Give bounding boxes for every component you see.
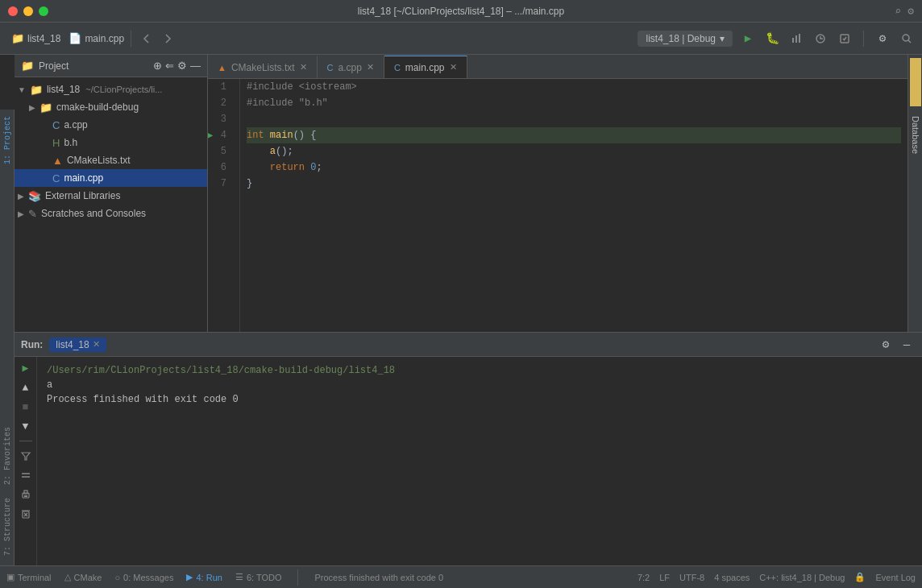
- run-delete-button[interactable]: [18, 506, 34, 522]
- tree-item-extlib[interactable]: ▶ 📚 External Libraries: [15, 187, 207, 205]
- tree-item-acpp[interactable]: C a.cpp: [15, 116, 207, 134]
- indent-5: [247, 143, 270, 159]
- right-color-bar: [910, 58, 921, 106]
- status-tab-cmake[interactable]: △ CMake: [64, 572, 102, 582]
- svg-rect-1: [795, 35, 797, 43]
- status-right: 7:2 LF UTF-8 4 spaces C++: list4_18 | De…: [638, 572, 916, 582]
- gutter-line-6: 6: [208, 159, 233, 176]
- code-line-4: int main () {: [247, 127, 901, 143]
- coverage-button[interactable]: [812, 30, 829, 48]
- svg-rect-10: [24, 491, 27, 494]
- output-line-a: a: [47, 378, 912, 392]
- tree-label-scratches: Scratches and Consoles: [41, 208, 146, 219]
- run-config-label: list4_18 | Debug: [646, 33, 716, 44]
- panel-settings-icon[interactable]: ⚙: [177, 60, 187, 72]
- favorites-tab-vertical[interactable]: 2: Favorites: [0, 422, 15, 490]
- todo-label: 6: TODO: [247, 573, 282, 582]
- status-tab-messages[interactable]: ○ 0: Messages: [114, 573, 173, 582]
- tab-acpp[interactable]: C a.cpp ✕: [318, 56, 384, 78]
- tree-label-maincpp: main.cpp: [64, 172, 103, 184]
- cmake-status-label: CMake: [74, 573, 102, 582]
- output-path-text: /Users/rim/CLionProjects/list4_18/cmake-…: [47, 365, 395, 376]
- search-icon[interactable]: ⌕: [895, 5, 901, 18]
- code-line-2: #include "b.h": [247, 95, 901, 111]
- tab-label-maincpp: main.cpp: [405, 62, 445, 73]
- status-message: Process finished with exit code 0: [314, 573, 443, 582]
- project-tab-vertical[interactable]: 1: Project: [0, 111, 15, 169]
- acpp-tab-close[interactable]: ✕: [367, 62, 374, 72]
- svg-rect-11: [24, 495, 27, 497]
- run-play-button[interactable]: ▶: [18, 360, 34, 376]
- minimize-button[interactable]: [23, 6, 33, 16]
- settings-icon[interactable]: ⚙: [907, 5, 914, 18]
- tree-item-bh[interactable]: H b.h: [15, 134, 207, 151]
- title-bar: list4_18 [~/CLionProjects/list4_18] – ..…: [0, 0, 922, 23]
- tab-label-acpp: a.cpp: [338, 62, 362, 73]
- run-button[interactable]: ▶: [739, 30, 757, 48]
- settings-button[interactable]: ⚙: [874, 30, 891, 48]
- messages-label: 0: Messages: [123, 573, 173, 582]
- code-include-bh: #include "b.h": [247, 95, 328, 111]
- maximize-button[interactable]: [39, 6, 48, 16]
- run-tab-name: list4_18: [56, 339, 89, 350]
- database-tab[interactable]: Database: [909, 110, 922, 160]
- tree-item-cmake-build[interactable]: ▶ 📁 cmake-build-debug: [15, 98, 207, 116]
- status-tab-terminal[interactable]: ▣ Terminal: [6, 572, 52, 582]
- panel-collapse-icon[interactable]: ⇐: [165, 60, 174, 72]
- status-bar: ▣ Terminal △ CMake ○ 0: Messages ▶ 4: Ru…: [0, 565, 922, 588]
- line-ending: LF: [659, 573, 670, 582]
- file-tab-icon: 📄: [69, 32, 81, 45]
- terminal-icon: ▣: [6, 572, 15, 582]
- nav-forward-button[interactable]: [159, 30, 177, 48]
- status-left: ▣ Terminal △ CMake ○ 0: Messages ▶ 4: Ru…: [6, 569, 625, 586]
- status-tab-run[interactable]: ▶ 4: Run: [186, 572, 222, 582]
- build-button[interactable]: [836, 30, 853, 48]
- structure-tab-vertical[interactable]: 7: Structure: [0, 493, 15, 561]
- run-stop-button[interactable]: ■: [18, 399, 34, 415]
- file-tab[interactable]: main.cpp: [85, 33, 124, 44]
- tab-maincpp[interactable]: C main.cpp ✕: [384, 56, 467, 78]
- semicolon-6: ;: [316, 159, 322, 176]
- run-settings-button[interactable]: ⚙: [877, 336, 895, 354]
- file-type: C++: list4_18 | Debug: [759, 573, 845, 582]
- search-everywhere-button[interactable]: [898, 30, 916, 48]
- output-exit-text: Process finished with exit code 0: [47, 394, 239, 405]
- a-call: ();: [276, 143, 293, 159]
- cmake-tab-icon: ▲: [218, 63, 226, 72]
- acpp-tab-icon: C: [327, 63, 334, 72]
- run-tab-close[interactable]: ✕: [93, 339, 100, 350]
- output-a-text: a: [47, 379, 52, 391]
- panel-folder-icon: 📁: [21, 60, 34, 72]
- window-controls: [8, 6, 48, 16]
- tree-item-scratches[interactable]: ▶ ✎ Scratches and Consoles: [15, 205, 207, 222]
- run-fold-button[interactable]: [18, 467, 34, 483]
- cmake-tab-close[interactable]: ✕: [300, 62, 307, 72]
- tree-item-cmake[interactable]: ▲ CMakeLists.txt: [15, 151, 207, 169]
- run-configuration[interactable]: list4_18 | Debug ▾: [638, 31, 733, 47]
- status-tab-todo[interactable]: ☰ 6: TODO: [235, 572, 282, 582]
- run-print-button[interactable]: [18, 487, 34, 503]
- run-down-button[interactable]: ▼: [18, 418, 34, 434]
- code-line-1: #include <iostream>: [247, 79, 901, 95]
- panel-title: Project: [39, 60, 69, 72]
- tree-label-cmake-build: cmake-build-debug: [56, 101, 139, 113]
- maincpp-tab-close[interactable]: ✕: [450, 62, 457, 72]
- run-filter-button[interactable]: [18, 448, 34, 464]
- tree-root[interactable]: ▼ 📁 list4_18 ~/CLionProjects/li...: [15, 81, 207, 98]
- debug-button[interactable]: 🐛: [763, 30, 781, 48]
- event-log[interactable]: Event Log: [875, 573, 916, 582]
- run-close-button[interactable]: —: [898, 336, 916, 354]
- nav-back-button[interactable]: [138, 30, 156, 48]
- tab-cmakelists[interactable]: ▲ CMakeLists.txt ✕: [208, 56, 318, 78]
- profile-button[interactable]: [787, 30, 805, 48]
- close-button[interactable]: [8, 6, 18, 16]
- panel-minimize-icon[interactable]: —: [190, 60, 201, 72]
- run-body: ▶ ▲ ■ ▼ /Users/rim/CLionProjects/list4_1…: [15, 357, 922, 565]
- run-up-button[interactable]: ▲: [18, 379, 34, 395]
- run-tab-main[interactable]: list4_18 ✕: [49, 337, 106, 352]
- folder-icon-extlib: 📚: [28, 190, 41, 202]
- project-selector[interactable]: 📁 list4_18: [6, 30, 65, 47]
- status-sep: [297, 569, 298, 586]
- panel-add-icon[interactable]: ⊕: [153, 60, 162, 72]
- tree-item-maincpp[interactable]: C main.cpp: [15, 169, 207, 187]
